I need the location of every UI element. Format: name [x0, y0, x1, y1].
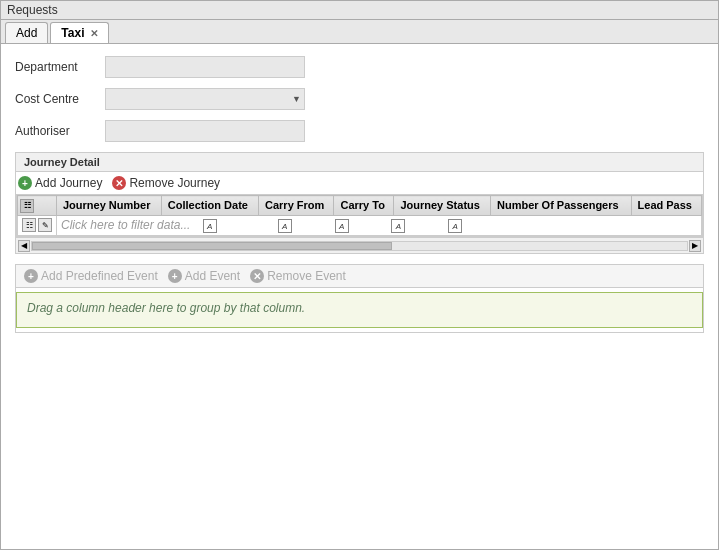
journey-detail-section: Journey Detail + Add Journey ✕ Remove Jo… [15, 152, 704, 254]
add-journey-label: Add Journey [35, 176, 102, 190]
remove-journey-icon: ✕ [112, 176, 126, 190]
events-section: + Add Predefined Event + Add Event ✕ Rem… [15, 264, 704, 333]
tab-taxi-close[interactable]: ✕ [90, 28, 98, 39]
journey-detail-inner: + Add Journey ✕ Remove Journey [16, 172, 703, 253]
cost-centre-select-wrapper [105, 88, 305, 110]
filter-row-icon-cell: ☷ ✎ [18, 215, 57, 236]
tab-add[interactable]: Add [5, 22, 48, 43]
add-journey-icon: + [18, 176, 32, 190]
main-window: Requests Add Taxi ✕ Department Cost Cent… [0, 0, 719, 550]
journey-toolbar: + Add Journey ✕ Remove Journey [16, 172, 703, 194]
filter-btn-5[interactable]: A [448, 219, 462, 233]
cost-centre-label: Cost Centre [15, 92, 105, 106]
remove-journey-label: Remove Journey [129, 176, 220, 190]
department-row: Department [15, 56, 704, 78]
events-toolbar: + Add Predefined Event + Add Event ✕ Rem… [16, 265, 703, 288]
remove-event-label: Remove Event [267, 269, 346, 283]
filter-cell-text[interactable]: Click here to filter data... A A A [57, 215, 702, 236]
th-num-passengers: Number Of Passengers [490, 196, 631, 216]
journey-table: ☷ Journey Number Collection Date Carry F… [17, 195, 702, 236]
department-input[interactable] [105, 56, 305, 78]
tab-add-label: Add [16, 26, 37, 40]
th-carry-from: Carry From [259, 196, 334, 216]
authoriser-label: Authoriser [15, 124, 105, 138]
remove-event-button: ✕ Remove Event [250, 269, 346, 283]
add-predefined-label: Add Predefined Event [41, 269, 158, 283]
window-title: Requests [7, 3, 58, 17]
row-edit-icon: ✎ [38, 218, 52, 232]
th-lead-pass: Lead Pass [631, 196, 701, 216]
journey-table-wrapper: ☷ Journey Number Collection Date Carry F… [16, 194, 703, 237]
th-journey-status: Journey Status [394, 196, 491, 216]
group-drop-area[interactable]: Drag a column header here to group by th… [16, 292, 703, 328]
row-grid-icon: ☷ [22, 218, 36, 232]
remove-journey-button[interactable]: ✕ Remove Journey [112, 176, 220, 190]
authoriser-input[interactable] [105, 120, 305, 142]
title-bar: Requests [1, 1, 718, 20]
add-event-label: Add Event [185, 269, 240, 283]
add-event-button: + Add Event [168, 269, 240, 283]
hscroll-left[interactable]: ◀ [18, 240, 30, 252]
remove-event-icon: ✕ [250, 269, 264, 283]
cost-centre-select[interactable] [105, 88, 305, 110]
filter-row-icons: ☷ ✎ [22, 218, 52, 232]
journey-detail-title: Journey Detail [16, 153, 703, 172]
add-event-icon: + [168, 269, 182, 283]
department-label: Department [15, 60, 105, 74]
journey-table-header-row: ☷ Journey Number Collection Date Carry F… [18, 196, 702, 216]
tab-taxi-label: Taxi [61, 26, 84, 40]
header-icon-placeholder: ☷ [20, 199, 34, 213]
group-drop-text: Drag a column header here to group by th… [27, 301, 305, 315]
hscroll-container: ◀ ▶ [16, 237, 703, 253]
filter-text: Click here to filter data... [61, 218, 190, 232]
th-icon: ☷ [18, 196, 57, 216]
main-content: Department Cost Centre Authoriser Journe… [1, 44, 718, 549]
hscroll-thumb[interactable] [32, 242, 392, 250]
tab-taxi[interactable]: Taxi ✕ [50, 22, 109, 43]
filter-btn-1[interactable]: A [203, 219, 217, 233]
th-journey-number: Journey Number [57, 196, 162, 216]
hscroll-right[interactable]: ▶ [689, 240, 701, 252]
filter-btn-4[interactable]: A [391, 219, 405, 233]
add-journey-button[interactable]: + Add Journey [18, 176, 102, 190]
add-predefined-event-button: + Add Predefined Event [24, 269, 158, 283]
th-carry-to: Carry To [334, 196, 394, 216]
hscroll-track[interactable] [31, 241, 688, 251]
filter-btn-3[interactable]: A [335, 219, 349, 233]
add-predefined-icon: + [24, 269, 38, 283]
tab-bar: Add Taxi ✕ [1, 20, 718, 44]
cost-centre-row: Cost Centre [15, 88, 704, 110]
filter-btn-2[interactable]: A [278, 219, 292, 233]
filter-row: ☷ ✎ Click here to filter data... A [18, 215, 702, 236]
th-collection-date: Collection Date [161, 196, 258, 216]
authoriser-row: Authoriser [15, 120, 704, 142]
